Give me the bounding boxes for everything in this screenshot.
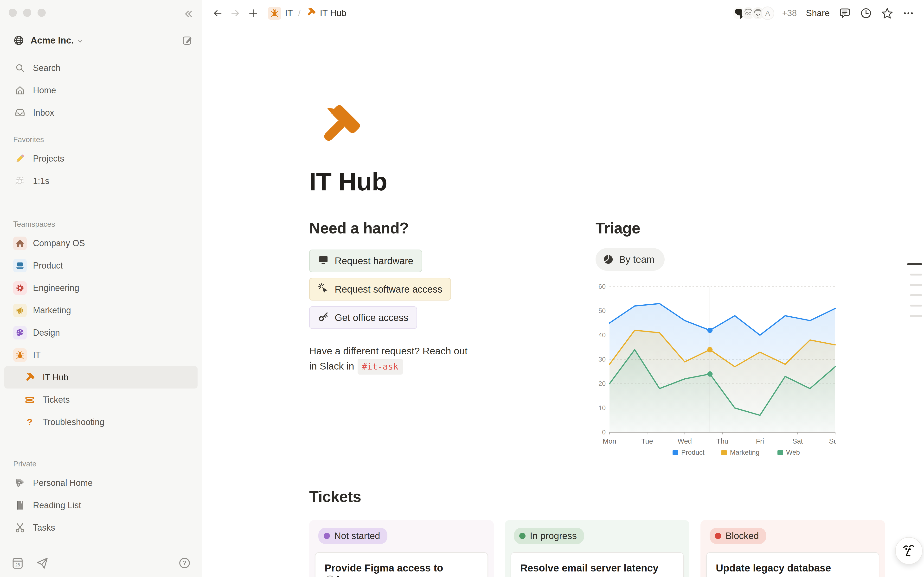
breadcrumb-page[interactable]: IT Hub [320,8,346,18]
send-icon[interactable] [36,556,49,570]
sidebar-item-1-1s[interactable]: 1:1s [4,170,197,192]
request-software-access-button[interactable]: Request software access [309,278,451,301]
section-heading: Tickets [309,488,900,506]
help-icon[interactable]: ? [178,556,191,570]
sidebar-item-tasks[interactable]: Tasks [4,516,197,539]
monitor-icon [318,255,329,268]
sidebar-item-label: IT [33,350,41,360]
svg-text:Marketing: Marketing [730,449,760,456]
breadcrumb-teamspace[interactable]: IT [285,8,293,18]
favorite-star-icon[interactable] [881,7,893,19]
svg-text:40: 40 [598,332,606,339]
sidebar-item-reading-list[interactable]: Reading List [4,494,197,516]
new-page-icon[interactable] [247,7,259,19]
sidebar-item-design[interactable]: Design [4,321,197,344]
share-button[interactable]: Share [806,8,830,18]
slack-channel-chip[interactable]: #it-ask [357,359,403,375]
slack-note: Have a different request? Reach out in S… [309,344,521,375]
sidebar-item-home[interactable]: Home [4,79,197,102]
workspace-switcher[interactable]: Acme Inc. [4,31,197,50]
sidebar-item-inbox[interactable]: Inbox [4,102,197,124]
thought-bubble-icon [13,174,27,188]
chevron-down-icon [77,38,84,45]
get-office-access-button[interactable]: Get office access [309,306,417,329]
minimize-window-button[interactable] [23,9,31,17]
topbar: IT / IT Hub A +38 [202,0,924,26]
svg-text:?: ? [27,417,32,427]
sidebar-item-label: Company OS [33,238,85,248]
sidebar-item-it-hub[interactable]: IT Hub [4,366,197,388]
page-icon-hammer[interactable] [315,103,362,150]
ticket-card[interactable]: Update legacy database [706,552,879,577]
notion-ai-button[interactable] [895,537,922,564]
key-icon [318,311,329,324]
sidebar-item-search[interactable]: Search [4,57,197,79]
ticket-card[interactable]: Resolve email server latency [510,552,683,577]
sidebar-item-label: Reading List [33,500,81,510]
pencil-icon [13,152,27,165]
status-badge[interactable]: Blocked [709,528,766,544]
svg-text:0: 0 [602,429,606,436]
more-options-icon[interactable] [902,7,914,19]
updates-clock-icon[interactable] [860,7,872,19]
request-hardware-button[interactable]: Request hardware [309,250,422,272]
search-icon [13,61,27,75]
ai-face-icon [900,542,918,559]
sidebar-item-personal-home[interactable]: Personal Home [4,472,197,494]
sidebar-section-teamspaces: Teamspaces [13,220,202,229]
sidebar-item-tickets[interactable]: Tickets [4,388,197,411]
sidebar-item-projects[interactable]: Projects [4,147,197,170]
status-badge[interactable]: Not started [318,528,388,544]
sidebar-item-engineering[interactable]: Engineering [4,277,197,299]
palette-icon [13,326,27,340]
svg-text:Product: Product [681,449,704,456]
status-badge[interactable]: In progress [514,528,584,544]
ticket-card[interactable]: Provide Figma access to @Avery [315,552,488,577]
sidebar-item-it[interactable]: IT [4,344,197,366]
sidebar-item-label: Tasks [33,523,55,533]
page-content: IT Hub Need a hand? Request hardware Req… [202,26,924,577]
back-icon[interactable] [211,7,224,19]
svg-text:Web: Web [786,449,800,456]
section-heading: Need a hand? [309,219,521,237]
collapse-sidebar-icon[interactable] [181,7,195,21]
forward-icon[interactable] [229,7,242,19]
sidebar-item-product[interactable]: Product [4,255,197,277]
globe-icon [13,35,24,46]
book-icon [13,499,27,512]
ticket-icon [23,393,36,406]
calendar-icon[interactable]: 28 [11,556,24,570]
bug-icon [268,7,281,20]
question-icon: ? [23,416,36,429]
sidebar-item-label: Projects [33,154,64,164]
ticket-column-not-started: Not started Provide Figma access to @Ave… [309,520,494,577]
member-avatars[interactable]: A [732,6,774,20]
close-window-button[interactable] [9,9,17,17]
comments-icon[interactable] [839,7,851,19]
svg-text:50: 50 [598,307,606,314]
sidebar: Acme Inc. Search Home Inbox Favorites Pr… [0,0,202,577]
svg-text:Fri: Fri [756,437,764,445]
sidebar-item-label: Personal Home [33,478,93,488]
ticket-board: Not started Provide Figma access to @Ave… [309,520,900,577]
members-overflow-count[interactable]: +38 [782,8,797,18]
status-dot-icon [715,533,721,539]
svg-text:28: 28 [15,562,20,567]
sidebar-item-troubleshooting[interactable]: ? Troubleshooting [4,411,197,433]
window-controls [9,9,46,17]
cursor-click-icon [318,283,329,296]
sidebar-sections: Favorites Projects 1:1sTeamspaces Compan… [0,135,202,539]
laptop-icon [13,259,27,272]
sidebar-item-company-os[interactable]: Company OS [4,232,197,255]
triage-chart[interactable]: 0102030405060MonTueWedThuFriSatSunProduc… [596,283,836,461]
zoom-window-button[interactable] [37,9,46,17]
inbox-icon [13,106,27,119]
sidebar-item-label: 1:1s [33,176,49,186]
outline-indicator[interactable] [907,263,922,317]
svg-text:60: 60 [598,283,606,290]
sidebar-item-label: Product [33,261,63,271]
by-team-filter-button[interactable]: By team [596,248,665,271]
sidebar-item-marketing[interactable]: Marketing [4,299,197,321]
sidebar-nav: Search Home Inbox [0,57,202,124]
compose-icon[interactable] [182,35,193,46]
